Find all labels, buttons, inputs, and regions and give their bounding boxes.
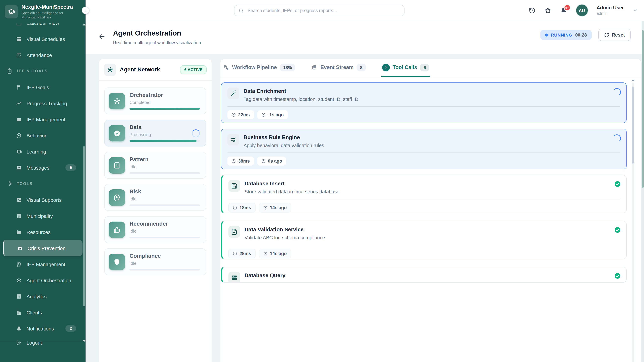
chevron-down-icon[interactable] bbox=[632, 8, 638, 13]
tool-call-desc: Apply behavioral data validation rules bbox=[244, 143, 620, 148]
agent-progress-track bbox=[130, 237, 200, 238]
logout-button[interactable]: Logout bbox=[0, 333, 86, 353]
tool-call-meta: 22ms -1s ago bbox=[228, 110, 620, 119]
tab-label: Event Stream bbox=[320, 64, 354, 70]
arrow-left-icon bbox=[98, 33, 106, 40]
sidebar-item-label: IEP Management bbox=[26, 261, 65, 267]
sidebar-scrollbar-thumb[interactable] bbox=[83, 146, 85, 306]
sidebar-item-iep-goals[interactable]: IEP Goals bbox=[0, 79, 86, 95]
agent-progress-fill bbox=[130, 108, 200, 110]
bar-chart-icon bbox=[113, 162, 121, 169]
page-scrollbar-thumb[interactable] bbox=[642, 30, 644, 188]
sidebar-item-calendar-view[interactable]: Calendar View bbox=[0, 23, 86, 31]
server-icon-tile bbox=[228, 272, 240, 283]
user-info[interactable]: Admin User admin bbox=[596, 5, 624, 16]
page-scrollbar[interactable] bbox=[642, 21, 644, 362]
logout-icon bbox=[16, 340, 22, 346]
scroll-up-arrow-icon[interactable] bbox=[82, 23, 86, 25]
back-button[interactable] bbox=[98, 33, 106, 41]
topbar-actions: 9+ AU Admin User admin bbox=[528, 0, 638, 21]
brand-subtitle: Specialized Intelligence for Municipal F… bbox=[22, 11, 72, 19]
sidebar-item-learning[interactable]: Learning bbox=[0, 143, 86, 160]
sidebar-item-iep-management-2[interactable]: IEP Management bbox=[0, 256, 86, 272]
tab-label: Workflow Pipeline bbox=[232, 64, 277, 70]
sidebar-item-resources[interactable]: Resources bbox=[0, 224, 86, 240]
scroll-up-arrow-icon[interactable] bbox=[632, 79, 634, 81]
sidebar-collapse-button[interactable] bbox=[82, 7, 89, 14]
avatar[interactable]: AU bbox=[576, 4, 588, 16]
divider bbox=[228, 152, 620, 153]
sidebar-item-crisis-prevention[interactable]: Crisis Prevention bbox=[3, 240, 82, 256]
running-spinner-icon bbox=[613, 88, 621, 96]
divider bbox=[228, 245, 620, 245]
tool-list-scrollbar[interactable] bbox=[632, 82, 634, 362]
topbar: 9+ AU Admin User admin bbox=[86, 0, 644, 21]
tab-bar: Workflow Pipeline 18% Event Stream 8 Too… bbox=[220, 59, 641, 77]
agent-name: Pattern bbox=[130, 156, 148, 163]
duration-value: 28ms bbox=[240, 251, 251, 256]
duration-chip: 18ms bbox=[228, 203, 256, 213]
sidebar-item-label: Progress Tracking bbox=[26, 100, 67, 106]
scrollbar-thumb[interactable] bbox=[632, 86, 634, 164]
pattern-agent-tile bbox=[109, 157, 125, 174]
reset-button[interactable]: Reset bbox=[598, 29, 630, 41]
workflow-panel: Workflow Pipeline 18% Event Stream 8 Too… bbox=[220, 59, 642, 362]
building-icon bbox=[16, 213, 22, 219]
clock-icon bbox=[232, 113, 236, 117]
sidebar-section-label: TOOLS bbox=[17, 182, 33, 186]
tab-workflow-pipeline[interactable]: Workflow Pipeline 18% bbox=[222, 59, 296, 77]
agent-network-panel: Agent Network 6 ACTIVE Orchestrator Comp… bbox=[98, 59, 212, 362]
sidebar-item-label: Analytics bbox=[26, 294, 46, 299]
agent-status: Idle bbox=[130, 196, 136, 201]
status-label: RUNNING bbox=[551, 32, 572, 37]
sidebar-item-iep-management[interactable]: IEP Management bbox=[0, 111, 86, 127]
tab-event-stream[interactable]: Event Stream 8 bbox=[310, 59, 366, 77]
sidebar-item-municipality[interactable]: Municipality bbox=[0, 208, 86, 224]
sidebar-scrollbar[interactable] bbox=[83, 25, 85, 340]
sidebar-item-messages[interactable]: Messages5 bbox=[0, 160, 86, 176]
star-icon bbox=[544, 7, 551, 14]
sidebar-item-visual-schedules[interactable]: Visual Schedules bbox=[0, 31, 86, 47]
tool-call-desc: Tag data with timestamp, location, stude… bbox=[244, 96, 620, 102]
tool-call-database-insert: Database Insert Store validated data in … bbox=[221, 175, 626, 213]
bar-chart-icon bbox=[16, 294, 22, 299]
search-input[interactable] bbox=[247, 8, 400, 13]
clock-icon bbox=[261, 159, 266, 163]
time-ago-chip: 14s ago bbox=[259, 203, 291, 213]
divider bbox=[228, 199, 620, 199]
sidebar-item-progress-tracking[interactable]: Progress Tracking bbox=[0, 95, 86, 111]
sidebar-item-label: Agent Orchestration bbox=[26, 277, 71, 283]
save-icon bbox=[231, 183, 238, 189]
history-button[interactable] bbox=[528, 7, 536, 14]
sidebar-item-behavior[interactable]: Behavior bbox=[0, 127, 86, 143]
server-icon bbox=[231, 275, 238, 281]
sidebar-nav: Calendar View Visual Schedules Attendanc… bbox=[0, 23, 86, 341]
favorites-button[interactable] bbox=[544, 7, 551, 14]
sidebar-item-label: Messages bbox=[26, 165, 50, 170]
tab-tool-calls[interactable]: Tool Calls 6 bbox=[381, 59, 430, 77]
agent-card-compliance: Compliance Idle bbox=[104, 248, 206, 275]
notifications-button[interactable]: 9+ bbox=[560, 7, 567, 14]
sidebar-item-label: Notifications bbox=[26, 326, 54, 331]
agent-status: Processing bbox=[130, 132, 151, 137]
agent-status: Completed bbox=[130, 100, 150, 105]
sidebar-item-analytics[interactable]: Analytics bbox=[0, 288, 86, 304]
sidebar-item-attendance[interactable]: Attendance bbox=[0, 47, 86, 63]
page-subtitle: Real-time multi-agent workflow visualiza… bbox=[113, 40, 201, 45]
tab-badge: 18% bbox=[280, 63, 295, 71]
sidebar-item-clients[interactable]: Clients bbox=[0, 304, 86, 321]
agent-card-orchestrator: Orchestrator Completed bbox=[104, 87, 206, 114]
sidebar-item-visual-supports[interactable]: Visual Supports bbox=[0, 192, 86, 208]
search-icon bbox=[238, 8, 244, 13]
global-search[interactable] bbox=[234, 5, 404, 16]
sidebar-item-agent-orchestration[interactable]: Agent Orchestration bbox=[0, 272, 86, 288]
clipboard-check-icon bbox=[16, 52, 22, 58]
chevron-left-icon bbox=[83, 8, 88, 12]
shield-icon bbox=[113, 258, 121, 266]
tool-call-name: Database Query bbox=[244, 272, 620, 279]
file-check-icon-tile bbox=[228, 226, 240, 238]
sidebar-item-label: Calendar View bbox=[26, 23, 59, 26]
agent-progress-track bbox=[130, 172, 200, 174]
image-icon bbox=[16, 197, 22, 203]
sidebar-item-label: IEP Management bbox=[26, 116, 65, 122]
